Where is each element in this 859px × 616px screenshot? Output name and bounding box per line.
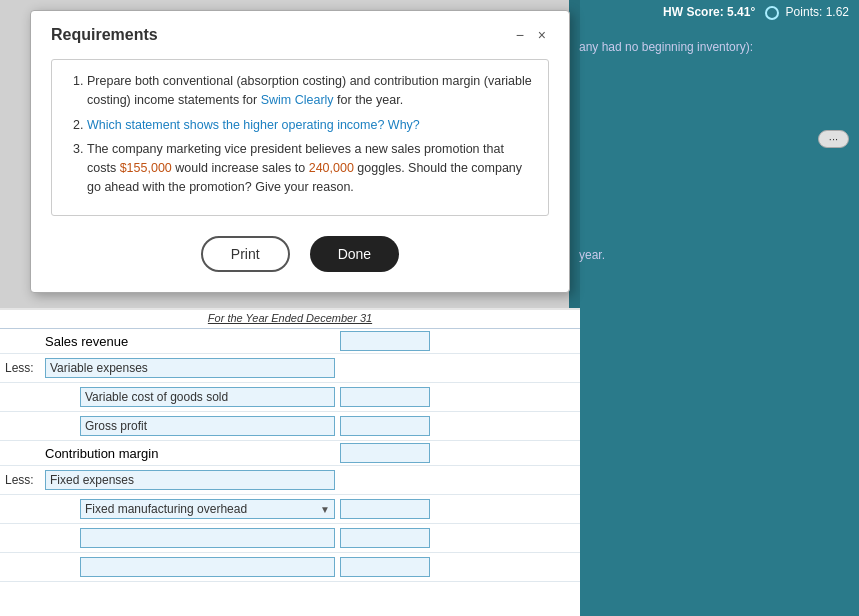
table-row: Sales revenue — [0, 329, 580, 354]
variable-cogs-box[interactable]: Variable cost of goods sold — [80, 387, 335, 407]
table-row: Less: Variable expenses — [0, 354, 580, 383]
right-panel-content: any had no beginning inventory): — [569, 25, 859, 69]
empty-row1-input[interactable] — [340, 528, 430, 548]
right-panel: HW Score: 5.41° Points: 1.62 any had no … — [569, 0, 859, 616]
fixed-expenses-box[interactable]: Fixed expenses — [45, 470, 335, 490]
variable-cogs-cell: Variable cost of goods sold — [40, 385, 340, 409]
print-button[interactable]: Print — [201, 236, 290, 272]
empty-row2-input[interactable] — [340, 557, 430, 577]
variable-expenses-box[interactable]: Variable expenses — [45, 358, 335, 378]
requirement-1: Prepare both conventional (absorption co… — [87, 72, 533, 110]
empty-row1-cell — [40, 526, 340, 550]
year-text: year. — [579, 248, 605, 262]
hw-score: HW Score: 5.41° — [663, 5, 755, 19]
hw-score-label: HW Score: — [663, 5, 724, 19]
variable-expenses-text: Variable expenses — [50, 361, 148, 375]
requirements-modal: Requirements − × Prepare both convention… — [30, 10, 570, 293]
table-row — [0, 553, 580, 582]
done-button[interactable]: Done — [310, 236, 399, 272]
swim-clearly-highlight: Swim Clearly — [261, 93, 334, 107]
fixed-mfg-overhead-cell: Fixed manufacturing overhead ▼ — [40, 497, 340, 521]
intro-text: any had no beginning inventory): — [579, 35, 849, 59]
table-row: Fixed manufacturing overhead ▼ — [0, 495, 580, 524]
gross-profit-text: Gross profit — [85, 419, 147, 433]
close-button[interactable]: × — [535, 28, 549, 42]
points-label: Points: — [786, 5, 823, 19]
table-row: Less: Fixed expenses — [0, 466, 580, 495]
modal-titlebar: Requirements − × — [51, 26, 549, 44]
hw-score-value: 5.41° — [727, 5, 755, 19]
fixed-expenses-cell: Fixed expenses — [40, 468, 340, 492]
points-value: 1.62 — [826, 5, 849, 19]
fixed-mfg-overhead-dropdown[interactable]: Fixed manufacturing overhead ▼ — [80, 499, 335, 519]
table-row: Gross profit — [0, 412, 580, 441]
sales-revenue-label-cell: Sales revenue — [40, 332, 340, 351]
gross-profit-box[interactable]: Gross profit — [80, 416, 335, 436]
requirements-box: Prepare both conventional (absorption co… — [51, 59, 549, 216]
fixed-mfg-overhead-input[interactable] — [340, 499, 430, 519]
table-row: Contribution margin — [0, 441, 580, 466]
fixed-mfg-overhead-text: Fixed manufacturing overhead — [85, 502, 247, 516]
requirement-2: Which statement shows the higher operati… — [87, 116, 533, 135]
empty-row1-box[interactable] — [80, 528, 335, 548]
req2-text: Which statement shows the higher operati… — [87, 118, 420, 132]
table-header-text: For the Year Ended December 31 — [208, 312, 372, 324]
empty-row2-box[interactable] — [80, 557, 335, 577]
points: Points: 1.62 — [765, 5, 849, 20]
contribution-margin-input[interactable] — [340, 443, 430, 463]
fixed-expenses-text: Fixed expenses — [50, 473, 134, 487]
table-area: For the Year Ended December 31 Sales rev… — [0, 308, 580, 616]
contribution-margin-label: Contribution margin — [45, 446, 158, 461]
sales-revenue-input[interactable] — [340, 331, 430, 351]
modal-buttons: Print Done — [51, 236, 549, 272]
gross-profit-cell: Gross profit — [40, 414, 340, 438]
less-label-variable: Less: — [0, 361, 40, 375]
right-panel-header: HW Score: 5.41° Points: 1.62 — [569, 0, 859, 25]
sales-amount: 240,000 — [309, 161, 354, 175]
table-header: For the Year Ended December 31 — [0, 308, 580, 329]
minimize-button[interactable]: − — [513, 28, 527, 42]
less-label-fixed: Less: — [0, 473, 40, 487]
cost-amount: $155,000 — [120, 161, 172, 175]
modal-title: Requirements — [51, 26, 158, 44]
modal-controls: − × — [513, 28, 549, 42]
variable-cogs-input[interactable] — [340, 387, 430, 407]
sales-revenue-label: Sales revenue — [45, 334, 128, 349]
gross-profit-input[interactable] — [340, 416, 430, 436]
ellipsis-btn[interactable]: ··· — [818, 130, 849, 148]
table-row — [0, 524, 580, 553]
empty-row2-cell — [40, 555, 340, 579]
requirements-list: Prepare both conventional (absorption co… — [67, 72, 533, 197]
requirement-3: The company marketing vice president bel… — [87, 140, 533, 196]
dropdown-arrow-icon: ▼ — [320, 504, 330, 515]
variable-cogs-text: Variable cost of goods sold — [85, 390, 228, 404]
table-row: Variable cost of goods sold — [0, 383, 580, 412]
contribution-margin-cell: Contribution margin — [40, 444, 340, 463]
variable-expenses-cell: Variable expenses — [40, 356, 340, 380]
